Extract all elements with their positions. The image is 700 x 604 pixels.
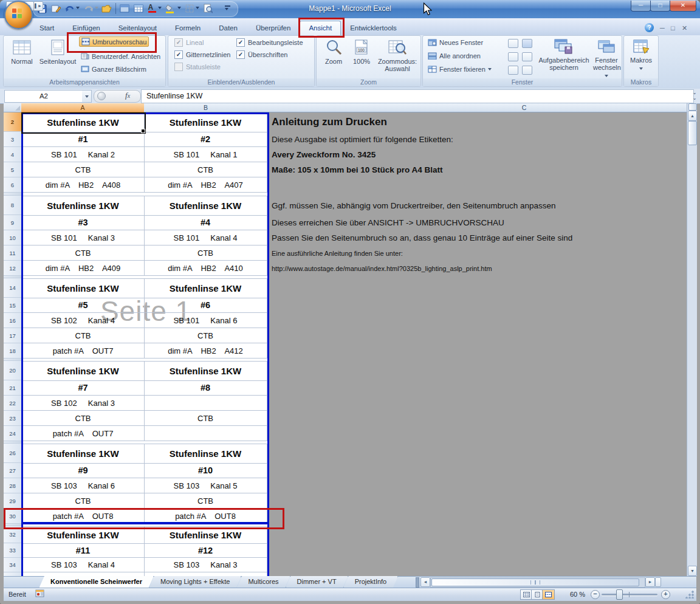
custom-views-button[interactable]: Benutzerdef. Ansichten <box>79 52 162 61</box>
name-box-dropdown-icon[interactable] <box>82 90 92 103</box>
grid-cell-b4[interactable]: SB 101 Kanal 1 <box>144 147 267 162</box>
grid-cell-a15[interactable]: #5 <box>21 298 145 313</box>
row-header-23[interactable]: 23 <box>4 411 22 426</box>
checkbox-icon[interactable]: ✓ <box>174 38 183 47</box>
row-header-6[interactable]: 6 <box>4 177 22 193</box>
grid-cell-b9[interactable]: #4 <box>144 215 267 230</box>
close-button[interactable]: ✕ <box>670 1 696 12</box>
minimize-button[interactable]: ─ <box>631 1 651 12</box>
doc-close-icon[interactable]: ✕ <box>682 24 687 32</box>
view-page-break-button[interactable] <box>542 589 555 600</box>
macro-record-icon[interactable] <box>35 589 45 598</box>
grid-cell-b29[interactable]: CTB <box>144 493 267 509</box>
row-header-17[interactable]: 17 <box>4 328 22 343</box>
grid-cell-b5[interactable]: CTB <box>144 162 267 177</box>
switch-windows-button[interactable]: Fenster wechseln <box>593 37 620 77</box>
row-header-8[interactable]: 8 <box>4 196 22 215</box>
print-border-left[interactable] <box>21 112 23 576</box>
grid-cell-a11[interactable]: CTB <box>21 245 145 261</box>
zoom-to-selection-button[interactable]: Zoommodus: Auswahl <box>376 37 419 77</box>
zoom-slider-track[interactable] <box>602 594 657 595</box>
worksheet-grid[interactable]: Seite 1 2Stufenlinse 1KWStufenlinse 1KW3… <box>4 112 696 576</box>
formula-input[interactable]: Stufenlinse 1KW <box>141 89 694 103</box>
checkbox-icon[interactable] <box>174 63 183 71</box>
row-header-29[interactable]: 29 <box>4 493 22 509</box>
checkbox-row-bearbeitungsleiste[interactable]: ✓Bearbeitungsleiste <box>236 38 303 47</box>
row-header-33[interactable]: 33 <box>4 543 22 558</box>
row-header-10[interactable]: 10 <box>4 230 22 245</box>
view-side-by-side-button[interactable] <box>522 39 532 48</box>
grid-cell-a29[interactable]: CTB <box>21 493 145 509</box>
grid-cell-b11[interactable]: CTB <box>144 245 267 261</box>
grid-cell-a16[interactable]: SB 102 Kanal 4 <box>21 313 145 328</box>
grid-cell-b3[interactable]: #2 <box>144 132 267 147</box>
row-header-28[interactable]: 28 <box>4 478 22 493</box>
grid-cell-b26[interactable]: Stufenlinse 1KW <box>144 444 267 464</box>
row-header-3[interactable]: 3 <box>4 132 22 147</box>
unhide-window-button[interactable] <box>508 66 518 75</box>
macros-button[interactable]: Makros <box>628 37 654 77</box>
grid-cell-a8[interactable]: Stufenlinse 1KW <box>21 196 145 216</box>
help-icon[interactable]: ? <box>645 23 654 32</box>
column-header-c[interactable]: C <box>267 103 687 112</box>
grid-cell-a35[interactable]: CTB <box>21 572 145 576</box>
ribbon-tab-entwicklertools[interactable]: Entwicklertools <box>341 21 406 35</box>
ribbon-tab-formeln[interactable]: Formeln <box>166 21 210 35</box>
grid-cell-b10[interactable]: SB 101 Kanal 4 <box>144 230 267 245</box>
grid-cell-b21[interactable]: #8 <box>144 380 267 396</box>
grid-cell-a10[interactable]: SB 101 Kanal 3 <box>21 230 145 245</box>
reset-window-position-button[interactable] <box>522 66 532 75</box>
checkbox-icon[interactable]: ✓ <box>236 38 245 47</box>
grid-cell-b27[interactable]: #10 <box>144 463 267 478</box>
zoom-in-icon[interactable]: + <box>661 590 670 599</box>
split-button[interactable] <box>508 39 518 48</box>
split-handle-vertical[interactable] <box>688 103 697 111</box>
grid-cell-b22[interactable] <box>144 396 267 411</box>
hscroll-split-handle[interactable] <box>655 577 661 587</box>
select-all-corner[interactable] <box>4 103 22 112</box>
fx-icon[interactable]: fx <box>125 91 130 100</box>
grid-cell-b23[interactable]: CTB <box>144 411 267 426</box>
checkbox-row-lineal[interactable]: ✓Lineal <box>174 38 204 47</box>
grid-cell-b17[interactable]: CTB <box>144 328 267 343</box>
grid-cell-a34[interactable]: SB 103 Kanal 4 <box>21 558 145 572</box>
doc-minimize-icon[interactable]: ─ <box>660 24 665 32</box>
full-screen-button[interactable]: Ganzer Bildschirm <box>79 64 148 74</box>
sheet-tab-konventionelle-scheinwerfer[interactable]: Konventionelle Scheinwerfer <box>39 576 154 588</box>
fill-handle[interactable] <box>141 129 145 133</box>
last-sheet-icon[interactable]: ▌► <box>33 1 43 11</box>
zoom-100-button[interactable]: 100 100% <box>348 37 375 77</box>
grid-cell-b8[interactable]: Stufenlinse 1KW <box>144 196 267 216</box>
arrange-all-button[interactable]: Alle anordnen <box>426 52 482 60</box>
row-header-20[interactable]: 20 <box>4 361 22 380</box>
resize-grip[interactable] <box>685 591 694 599</box>
row-header-16[interactable]: 16 <box>4 313 22 328</box>
grid-cell-a27[interactable]: #9 <box>21 463 145 478</box>
vertical-scrollbar[interactable]: ▲ ▼ <box>687 103 697 576</box>
vertical-scroll-thumb[interactable] <box>688 121 697 145</box>
checkbox-icon[interactable]: ✓ <box>174 50 183 59</box>
zoom-button[interactable]: Zoom <box>320 37 347 77</box>
doc-restore-icon[interactable]: □ <box>671 24 675 32</box>
sheet-tab-multicores[interactable]: Multicores <box>236 576 290 588</box>
maximize-button[interactable]: □ <box>650 1 670 12</box>
office-button[interactable] <box>4 1 33 29</box>
new-window-button[interactable]: Neues Fenster <box>426 38 485 47</box>
sheet-tab-dimmer-vt[interactable]: Dimmer + VT <box>286 576 348 588</box>
row-header-4[interactable]: 4 <box>4 147 22 162</box>
ribbon-tab-daten[interactable]: Daten <box>210 21 247 35</box>
grid-cell-a9[interactable]: #3 <box>21 215 145 230</box>
grid-cell-b20[interactable]: Stufenlinse 1KW <box>144 361 267 381</box>
ribbon-tab-start[interactable]: Start <box>30 21 63 35</box>
grid-cell-a33[interactable]: #11 <box>21 543 145 558</box>
sheet-tab-moving-lights-effekte[interactable]: Moving Lights + Effekte <box>149 576 241 588</box>
checkbox-row-statusleiste[interactable]: Statusleiste <box>174 63 221 71</box>
print-border-right[interactable] <box>267 112 269 576</box>
grid-cell-b15[interactable]: #6 <box>144 298 267 313</box>
grid-cell-b34[interactable]: SB 103 Kanal 3 <box>144 558 267 572</box>
grid-cell-a12[interactable]: dim #A HB2 A409 <box>21 261 145 276</box>
column-header-a[interactable]: A <box>21 103 145 112</box>
sheet-tab-projektinfo[interactable]: ProjektInfo <box>343 576 399 588</box>
hscroll-left-icon[interactable]: ◄ <box>420 577 430 587</box>
grid-cell-a28[interactable]: SB 103 Kanal 6 <box>21 478 145 493</box>
